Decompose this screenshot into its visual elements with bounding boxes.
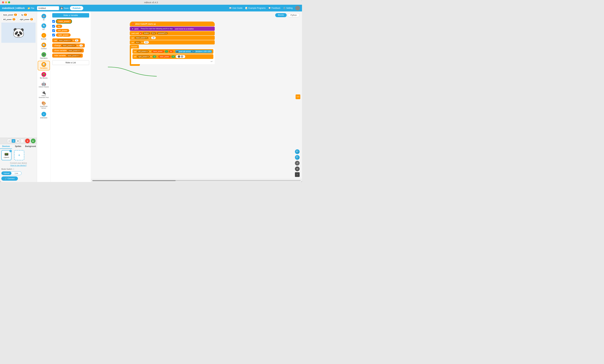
- scrollbar-thumb[interactable]: [92, 180, 176, 181]
- forever-block-header[interactable]: forever: [130, 45, 139, 49]
- cat-extension[interactable]: + extension: [38, 111, 50, 120]
- code-toggle-button[interactable]: </>: [296, 95, 300, 99]
- close-button[interactable]: [2, 1, 4, 3]
- var-badge-right-power[interactable]: right_power 0: [18, 18, 35, 21]
- b-dropdown[interactable]: B ▾: [151, 32, 156, 35]
- device-close-icon[interactable]: ✕: [9, 150, 12, 152]
- save-button[interactable]: 💾 Save: [60, 7, 69, 9]
- pressed-dropdown[interactable]: pressed? ▾: [157, 32, 168, 35]
- wait-until-block[interactable]: wait until ■ button B ▾ pressed? ▾: [130, 31, 215, 35]
- cat-control[interactable]: 🔄 Control: [38, 42, 50, 50]
- tab-blocks[interactable]: Blocks: [275, 13, 287, 17]
- cat-iot[interactable]: 📡 IoT: [38, 22, 50, 31]
- fit-view-button[interactable]: ⊟: [295, 167, 300, 171]
- make-variable-button[interactable]: Make a Variable: [52, 13, 89, 17]
- left-power-dropdown[interactable]: left_power ▾: [137, 50, 149, 53]
- how-to-use-link[interactable]: How to use device?: [1, 164, 36, 166]
- connect-button[interactable]: 🔗 Connect: [1, 176, 18, 181]
- button-dropdown[interactable]: button: [143, 32, 150, 35]
- set-kp-block[interactable]: set kp ▾ to 0.5: [130, 40, 215, 44]
- var-check-base-power[interactable]: [52, 20, 55, 23]
- live-mode-btn[interactable]: Live: [12, 171, 21, 175]
- hat-block[interactable]: ■ when CyberPi starts up: [130, 22, 215, 26]
- minimize-button[interactable]: [5, 1, 7, 3]
- blocks-panel: Make a Variable base_power kp left_power: [50, 12, 91, 182]
- reset-view-button[interactable]: ↺: [295, 161, 300, 166]
- stop-button[interactable]: ■: [25, 139, 30, 143]
- user-guide-link[interactable]: 📖 User Guide: [229, 7, 242, 9]
- var-check-right-power[interactable]: [52, 34, 55, 36]
- var-block-right-power[interactable]: right_power: [56, 33, 71, 37]
- var-badge-left-power[interactable]: left_power 0: [2, 18, 17, 21]
- go-button[interactable]: ▶: [31, 139, 36, 143]
- cat-mbot2ext[interactable]: 🔌 mBot2 Extension Port: [38, 89, 50, 99]
- cat-quadrgb[interactable]: 🎨 Quad RGB Sensor: [38, 100, 50, 110]
- kp-var-dropdown[interactable]: kp ▾: [135, 41, 140, 44]
- base-power-val-in-expr: base_power: [152, 50, 164, 53]
- cat-events[interactable]: ⚡ Events: [38, 32, 50, 41]
- show-variable-block[interactable]: show variable base_power ▾: [52, 49, 84, 52]
- feedback-link[interactable]: 💬 Feedback: [268, 7, 280, 9]
- var-block-left-power[interactable]: left_power: [56, 29, 69, 32]
- example-programs-link[interactable]: 📝 Example Programs: [245, 7, 266, 9]
- file-menu[interactable]: 📁 File: [26, 6, 36, 10]
- avatar[interactable]: [295, 6, 300, 11]
- cat-variables[interactable]: 📊 Variables: [38, 61, 50, 70]
- set-right-power-block[interactable]: set right_power ▾ to -1 * base_power +: [132, 54, 213, 59]
- base-power-var-dropdown[interactable]: base_power ▾: [135, 36, 148, 39]
- add-device-button[interactable]: +: [14, 150, 24, 160]
- var-check-kp[interactable]: [52, 25, 55, 28]
- tab-python[interactable]: Python: [288, 13, 300, 17]
- menubar: makeblock | mBlock 📁 File 💾 Save Publish…: [0, 5, 302, 12]
- var-row-left-power: left_power: [52, 29, 89, 32]
- var-check-left-power[interactable]: [52, 29, 55, 32]
- events-icon: ⚡: [42, 34, 45, 36]
- fullscreen-button[interactable]: [8, 1, 10, 3]
- equals-button[interactable]: =: [295, 172, 300, 177]
- example-icon: 📝: [245, 7, 248, 9]
- grid-view-4[interactable]: ⋮⋮: [20, 139, 24, 143]
- list-view[interactable]: ☰: [16, 139, 20, 143]
- scrollbar-track[interactable]: [92, 180, 301, 181]
- hide-variable-block[interactable]: hide variable base_power ▾: [52, 54, 83, 58]
- setting-link[interactable]: ⚙️ Setting: [283, 7, 293, 9]
- cat-mbot2chassis[interactable]: 🤖 mBot2 Chassis: [38, 81, 50, 89]
- zoom-out-button[interactable]: 🔍: [295, 155, 300, 160]
- cat-ai[interactable]: 🤖 AI: [38, 13, 50, 22]
- tab-background[interactable]: Background: [24, 144, 37, 149]
- tab-devices[interactable]: Devices: [0, 144, 12, 149]
- print-block[interactable]: ■ print Press B to start line following …: [130, 27, 215, 31]
- operators-icon: ➕: [42, 53, 45, 56]
- file-icon: 📁: [27, 7, 30, 9]
- make-list-button[interactable]: Make a List: [52, 60, 89, 65]
- device-icon: 📟: [4, 152, 9, 156]
- publish-button[interactable]: Publish: [70, 6, 83, 10]
- cyberpi-device[interactable]: ✕ 📟 CyberPi: [1, 150, 12, 160]
- var-badge-base-power[interactable]: base_power 0: [2, 13, 19, 16]
- menubar-left: makeblock | mBlock 📁 File 💾 Save Publish: [2, 6, 228, 10]
- forever-block-container: forever set left_power ▾ to base_power -: [130, 45, 215, 66]
- project-title-input[interactable]: [37, 6, 59, 10]
- devices-list: ✕ 📟 CyberPi +: [1, 150, 36, 160]
- tab-sprites[interactable]: Sprites: [12, 144, 24, 149]
- zoom-in-button[interactable]: 🔍: [295, 149, 300, 154]
- neg-one-expr: -1: [153, 55, 156, 58]
- set-variable-block[interactable]: set base_power ▾ to 0: [52, 38, 80, 42]
- connector-line: [108, 67, 157, 76]
- var-badge-kp[interactable]: kp 0: [20, 13, 28, 16]
- quad-rgb-block[interactable]: 📷 quad rgb sensor 1 ▾ deviation (-100~10…: [175, 50, 212, 53]
- var-block-base-power[interactable]: base_power: [56, 19, 72, 24]
- cat-myblocks[interactable]: 🧩 My Blocks: [38, 71, 50, 80]
- zoom-out-icon: 🔍: [296, 156, 299, 159]
- var-block-kp[interactable]: kp: [56, 24, 62, 28]
- main-content: base_power 0 kp 0 left_power 0 right_pow…: [0, 12, 302, 182]
- right-power-dropdown[interactable]: right_power ▾: [137, 55, 150, 58]
- upload-mode-btn[interactable]: Upload: [1, 171, 12, 175]
- grid-view-2[interactable]: ⊞: [12, 139, 15, 143]
- single-sprite-view[interactable]: ⬜: [7, 139, 11, 143]
- cat-operators[interactable]: ➕ Operators: [38, 51, 50, 60]
- set-left-power-block[interactable]: set left_power ▾ to base_power - kp * 📷 …: [132, 49, 213, 54]
- set-base-power-block[interactable]: set base_power ▾ to 30: [130, 36, 215, 40]
- change-variable-block[interactable]: change base_power ▾ by 1: [52, 43, 85, 48]
- sensor-num-dropdown[interactable]: 1 ▾: [191, 50, 195, 52]
